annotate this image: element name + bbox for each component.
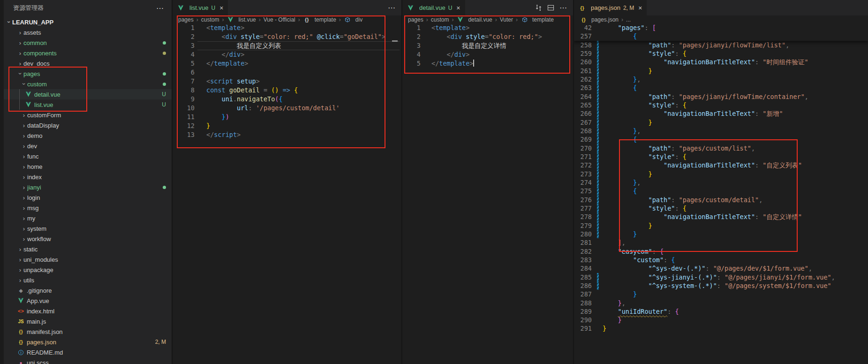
breadcrumb-item[interactable]: detail.vue xyxy=(456,16,492,23)
code-line-277[interactable]: 277"style": { xyxy=(574,204,868,212)
open-changes-icon[interactable] xyxy=(535,4,542,11)
code-line-10[interactable]: 10url: '/pages/custom/detail' xyxy=(172,104,401,113)
tree-item-.gitignore[interactable]: ◆.gitignore xyxy=(4,285,172,296)
breadcrumb-item[interactable]: Vue - Official xyxy=(264,16,295,23)
code-line-276[interactable]: 276"path": "pages/custom/detail", xyxy=(574,196,868,204)
code-line-5[interactable]: 5</template> xyxy=(172,59,401,68)
more-actions-icon[interactable]: ⋯ xyxy=(156,4,164,13)
tree-item-msg[interactable]: ›msg xyxy=(4,203,172,213)
code-line-290[interactable]: 290} xyxy=(574,316,868,324)
code-line-257[interactable]: 257{ xyxy=(574,32,868,40)
code-line-260[interactable]: 260"navigationBarTitleText": "时间组件验证" xyxy=(574,58,868,66)
tab-pages.json[interactable]: {}pages.json2, M× xyxy=(574,0,647,15)
code-line-259[interactable]: 259"style": { xyxy=(574,49,868,58)
tree-item-index.html[interactable]: <>index.html xyxy=(4,306,172,316)
code-line-285[interactable]: 285"^sys-jianyi-(.*)": "@/pages/jianyi/$… xyxy=(574,273,868,281)
code-line-267[interactable]: 267} xyxy=(574,118,868,127)
code-line-286[interactable]: 286"^sys-system-(.*)": "@/pages/system/$… xyxy=(574,281,868,290)
code-line-269[interactable]: 269{ xyxy=(574,135,868,144)
code-line-280[interactable]: 280} xyxy=(574,230,868,238)
tree-item-assets[interactable]: ›assets xyxy=(4,27,172,38)
tree-item-func[interactable]: ›func xyxy=(4,151,172,161)
tree-item-list.vue[interactable]: list.vueU xyxy=(4,99,172,110)
code-line-4[interactable]: 4</div> xyxy=(402,50,573,59)
code-line-283[interactable]: 283"custom": { xyxy=(574,256,868,264)
breadcrumb-item[interactable]: pages xyxy=(408,16,423,23)
code-line-42[interactable]: 42"pages": [ xyxy=(574,23,868,32)
code-line-270[interactable]: 270"path": "pages/custom/list", xyxy=(574,144,868,152)
code-line-266[interactable]: 266"navigationBarTitleText": "新增" xyxy=(574,109,868,118)
tree-item-workflow[interactable]: ›workflow xyxy=(4,234,172,244)
sidebar-editor-sash[interactable] xyxy=(172,0,173,364)
code-line-8[interactable]: 8const goDetail = () => { xyxy=(172,86,401,95)
code-line-291[interactable]: 291} xyxy=(574,324,868,333)
tree-item-dev_docs[interactable]: ›dev_docs xyxy=(4,58,172,68)
tree-item-static[interactable]: ›static xyxy=(4,244,172,254)
breadcrumb-item[interactable]: {}pages.json xyxy=(580,16,619,23)
code-line-279[interactable]: 279} xyxy=(574,221,868,230)
code-line-2[interactable]: 2<div style="color: red;" @click="goDeta… xyxy=(172,32,401,41)
code-line-265[interactable]: 265"style": { xyxy=(574,101,868,109)
tree-item-index[interactable]: ›index xyxy=(4,172,172,182)
code-line-1[interactable]: 1<template> xyxy=(172,23,401,32)
tab-detail.vue[interactable]: detail.vueU× xyxy=(402,0,465,15)
code-editor[interactable]: 1<template>2<div style="color: red;" @cl… xyxy=(172,23,401,364)
tree-root-learun-app[interactable]: › LEARUN_APP xyxy=(4,17,172,27)
code-line-11[interactable]: 11}) xyxy=(172,113,401,121)
code-line-272[interactable]: 272"navigationBarTitleText": "自定义列表" xyxy=(574,161,868,169)
breadcrumb-item[interactable]: custom xyxy=(431,16,449,23)
breadcrumb-item[interactable]: ... xyxy=(626,16,631,23)
tree-item-home[interactable]: ›home xyxy=(4,161,172,172)
more-actions-icon[interactable]: ⋯ xyxy=(388,3,396,12)
tree-item-pages[interactable]: ›pages xyxy=(4,68,172,79)
tree-item-utils[interactable]: ›utils xyxy=(4,275,172,285)
tree-item-dev[interactable]: ›dev xyxy=(4,141,172,151)
code-line-12[interactable]: 12} xyxy=(172,121,401,130)
code-line-281[interactable]: 281], xyxy=(574,238,868,247)
code-line-289[interactable]: 289"uniIdRouter": { xyxy=(574,307,868,316)
tree-item-README.md[interactable]: README.md xyxy=(4,347,172,357)
code-line-263[interactable]: 263{ xyxy=(574,83,868,92)
code-line-262[interactable]: 262}, xyxy=(574,75,868,83)
editor-sash-2[interactable] xyxy=(573,0,574,364)
tree-item-system[interactable]: ›system xyxy=(4,223,172,234)
code-line-268[interactable]: 268}, xyxy=(574,127,868,135)
code-line-287[interactable]: 287} xyxy=(574,290,868,298)
close-icon[interactable]: × xyxy=(219,4,223,12)
split-editor-icon[interactable] xyxy=(547,4,554,11)
code-line-273[interactable]: 273} xyxy=(574,170,868,178)
code-line-13[interactable]: 13</script> xyxy=(172,130,401,139)
code-line-3[interactable]: 3我是自定义列表 xyxy=(172,41,401,50)
code-line-278[interactable]: 278"navigationBarTitleText": "自定义详情" xyxy=(574,212,868,221)
tree-item-dataDisplay[interactable]: ›dataDisplay xyxy=(4,120,172,130)
breadcrumb-item[interactable]: {}template xyxy=(303,16,336,23)
more-actions-icon[interactable]: ⋯ xyxy=(559,3,567,12)
code-editor[interactable]: 1<template>2<div style="color: red;">3我是… xyxy=(402,23,573,364)
tree-item-components[interactable]: ›components xyxy=(4,48,172,58)
breadcrumb-item[interactable]: pages xyxy=(178,16,194,23)
code-line-9[interactable]: 9uni.navigateTo({ xyxy=(172,95,401,104)
breadcrumb-item[interactable]: custom xyxy=(201,16,219,23)
tree-item-custom[interactable]: ›custom xyxy=(4,79,172,89)
code-line-5[interactable]: 5</template> xyxy=(402,59,573,68)
code-line-2[interactable]: 2<div style="color: red;"> xyxy=(402,32,573,41)
breadcrumb-item[interactable]: Vuter xyxy=(500,16,513,23)
tree-item-main.js[interactable]: JSmain.js xyxy=(4,316,172,326)
tree-item-my[interactable]: ›my xyxy=(4,213,172,223)
tree-item-demo[interactable]: ›demo xyxy=(4,130,172,141)
code-line-271[interactable]: 271"style": { xyxy=(574,152,868,161)
tree-item-login[interactable]: ›login xyxy=(4,192,172,203)
code-line-274[interactable]: 274}, xyxy=(574,178,868,187)
code-line-275[interactable]: 275{ xyxy=(574,187,868,195)
code-line-1[interactable]: 1<template> xyxy=(402,23,573,32)
tree-item-manifest.json[interactable]: {}manifest.json xyxy=(4,326,172,337)
code-line-3[interactable]: 3我是自定义详情 xyxy=(402,41,573,50)
code-line-6[interactable]: 6 xyxy=(172,68,401,77)
code-line-284[interactable]: 284"^sys-dev-(.*)": "@/pages/dev/$1/form… xyxy=(574,264,868,273)
close-icon[interactable]: × xyxy=(638,4,642,12)
tree-item-App.vue[interactable]: App.vue xyxy=(4,296,172,306)
code-line-288[interactable]: 288}, xyxy=(574,299,868,307)
code-line-7[interactable]: 7<script setup> xyxy=(172,77,401,86)
code-editor[interactable]: 42"pages": [257{258"path": "pages/jianyi… xyxy=(574,23,868,364)
code-line-264[interactable]: 264"path": "pages/jianyi/flowTime/contai… xyxy=(574,92,868,101)
